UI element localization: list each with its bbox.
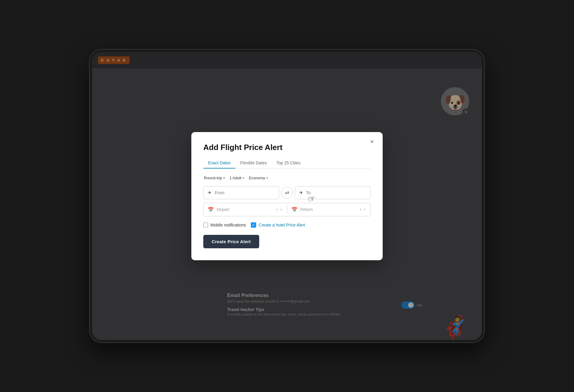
options-row: Mobile notifications ✓ Create a hotel Pr…	[203, 222, 371, 228]
return-field-inner: Return ‹ ›	[300, 207, 367, 212]
origin-destination-row: ✈ ⇄ ✈	[203, 186, 371, 199]
return-next-button[interactable]: ›	[363, 207, 366, 212]
passengers-arrow-icon: ▾	[242, 176, 244, 180]
swap-icon: ⇄	[285, 190, 289, 195]
to-input-field[interactable]: ✈	[295, 186, 371, 199]
create-price-alert-button[interactable]: Create Price Alert	[203, 235, 259, 248]
modal-title: Add Flight Price Alert	[203, 143, 371, 152]
from-input-field[interactable]: ✈	[203, 186, 279, 199]
trip-type-arrow-icon: ▾	[223, 176, 225, 180]
tab-top-25-cities[interactable]: Top 25 Cities	[271, 158, 305, 168]
return-arrows: ‹ ›	[359, 207, 366, 212]
plane-arrive-icon: ✈	[299, 190, 303, 195]
tab-flexible-dates[interactable]: Flexible Dates	[235, 158, 271, 168]
return-calendar-icon: 📅	[291, 207, 297, 212]
mobile-notifications-label[interactable]: Mobile notifications	[203, 223, 246, 227]
tab-exact-dates[interactable]: Exact Dates	[203, 158, 235, 168]
plane-depart-icon: ✈	[208, 190, 212, 195]
tablet-screen: K A Y A K ✎ 🦸 Email Preferences	[92, 52, 482, 340]
depart-arrows: ‹ ›	[276, 207, 283, 212]
mobile-notifications-checkbox[interactable]	[203, 223, 208, 227]
depart-next-button[interactable]: ›	[280, 207, 283, 212]
modal-overlay: × Add Flight Price Alert ☞ Exact Dates F…	[92, 52, 482, 340]
trip-type-dropdown[interactable]: Round-trip ▾	[203, 174, 225, 181]
return-prev-button[interactable]: ‹	[359, 207, 362, 212]
tablet-shell: K A Y A K ✎ 🦸 Email Preferences	[90, 50, 484, 342]
add-flight-price-alert-modal: × Add Flight Price Alert ☞ Exact Dates F…	[191, 132, 383, 260]
to-input[interactable]	[306, 190, 366, 195]
passengers-dropdown[interactable]: 1 Adult ▾	[229, 174, 245, 181]
depart-label: Depart	[217, 207, 229, 212]
depart-field-inner: Depart ‹ ›	[217, 207, 283, 212]
swap-button[interactable]: ⇄	[281, 187, 293, 199]
modal-close-button[interactable]: ×	[367, 137, 377, 146]
return-date-field[interactable]: 📅 Return ‹ ›	[287, 203, 371, 216]
date-row: 📅 Depart ‹ › 📅 Return	[203, 203, 371, 216]
depart-date-field[interactable]: 📅 Depart ‹ ›	[204, 203, 287, 216]
hotel-alert-link[interactable]: Create a hotel Price Alert	[259, 223, 305, 227]
hotel-alert-checkbox[interactable]: ✓	[251, 222, 256, 228]
tabs-container: ☞ Exact Dates Flexible Dates Top 25 Citi…	[203, 158, 371, 169]
depart-prev-button[interactable]: ‹	[276, 207, 279, 212]
cabin-class-arrow-icon: ▾	[266, 176, 268, 180]
cabin-class-dropdown[interactable]: Economy ▾	[248, 174, 268, 181]
hotel-alert-label[interactable]: ✓ Create a hotel Price Alert	[251, 222, 305, 228]
depart-calendar-icon: 📅	[208, 207, 214, 212]
dropdowns-row: Round-trip ▾ 1 Adult ▾ Economy ▾	[203, 174, 371, 181]
from-input[interactable]	[215, 190, 275, 195]
return-label: Return	[300, 207, 313, 212]
